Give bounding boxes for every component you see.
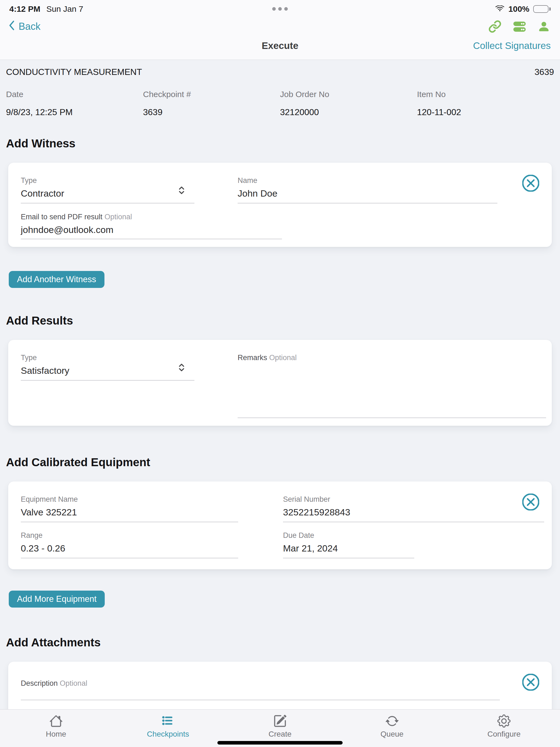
serial-number-field[interactable]: Serial Number 3252215928843 [283,495,544,522]
gear-icon [498,715,510,728]
chevron-up-down-icon [178,363,185,373]
witness-name-field[interactable]: Name John Doe [238,176,498,203]
info-field-date: Date 9/8/23, 12:25 PM [6,90,143,117]
back-button[interactable]: Back [8,20,41,33]
home-indicator[interactable] [218,741,342,745]
battery-icon [533,5,551,13]
witness-card: Type Contractor Name John Doe Email to s… [8,163,552,247]
checkpoint-header-row: CONDUCTIVITY MEASUREMENT 3639 [6,67,554,77]
witness-email-field[interactable]: Email to send PDF result Optional johndo… [21,213,282,239]
tab-queue[interactable]: Queue [336,715,448,747]
section-heading-results: Add Results [6,314,554,327]
compose-icon [274,715,286,728]
status-time: 4:12 PM [9,4,40,14]
section-heading-attachments: Add Attachments [6,636,554,649]
link-icon[interactable] [488,20,502,33]
person-icon[interactable] [538,20,550,33]
list-icon [161,715,175,728]
description-field[interactable]: Description Optional [21,679,500,700]
status-date: Sun Jan 7 [46,4,83,14]
checkpoint-info-grid: Date 9/8/23, 12:25 PM Checkpoint # 3639 … [6,90,554,117]
remarks-field: Remarks Optional [238,354,546,418]
remove-attachment-button[interactable] [522,674,539,691]
range-field[interactable]: Range 0.23 - 0.26 [21,531,238,558]
remarks-input[interactable] [238,362,546,418]
navigation-bar: Back Execute Collect Signatures [0,16,560,56]
equipment-card: Equipment Name Valve 325221 Serial Numbe… [8,482,552,569]
page-title: Execute [262,40,298,51]
add-more-equipment-button[interactable]: Add More Equipment [9,591,105,608]
tab-home[interactable]: Home [0,715,112,747]
checkpoint-title: CONDUCTIVITY MEASUREMENT [6,67,142,77]
due-date-field[interactable]: Due Date Mar 21, 2024 [283,531,414,558]
add-another-witness-button[interactable]: Add Another Witness [9,271,104,288]
sync-arrows-icon [385,715,399,728]
description-input[interactable] [21,688,500,700]
tab-checkpoints[interactable]: Checkpoints [112,715,224,747]
results-card: Type Satisfactory Remarks Optional [8,340,552,426]
witness-type-select[interactable]: Type Contractor [21,176,195,203]
main-content: CONDUCTIVITY MEASUREMENT 3639 Date 9/8/2… [0,67,560,744]
top-chrome: 4:12 PM Sun Jan 7 100% Back [0,0,560,60]
house-icon [50,715,62,728]
checkpoint-number: 3639 [535,67,554,77]
collect-signatures-link[interactable]: Collect Signatures [473,40,551,51]
info-field-job-order: Job Order No 32120000 [280,90,417,117]
section-heading-equipment: Add Calibrated Equipment [6,456,554,469]
section-heading-witness: Add Witness [6,137,554,150]
equipment-name-field[interactable]: Equipment Name Valve 325221 [21,495,238,522]
multitask-ellipsis-icon [272,7,288,11]
info-field-checkpoint: Checkpoint # 3639 [143,90,280,117]
chevron-up-down-icon [178,186,185,196]
wifi-icon [495,5,505,12]
battery-percentage: 100% [508,4,529,14]
info-field-item-no: Item No 120-11-002 [417,90,554,117]
status-bar: 4:12 PM Sun Jan 7 100% [0,0,560,16]
result-type-select[interactable]: Type Satisfactory [21,354,195,381]
remove-witness-button[interactable] [522,175,539,192]
server-icon[interactable] [513,20,526,33]
chevron-left-icon [8,20,15,33]
tab-configure[interactable]: Configure [448,715,560,747]
